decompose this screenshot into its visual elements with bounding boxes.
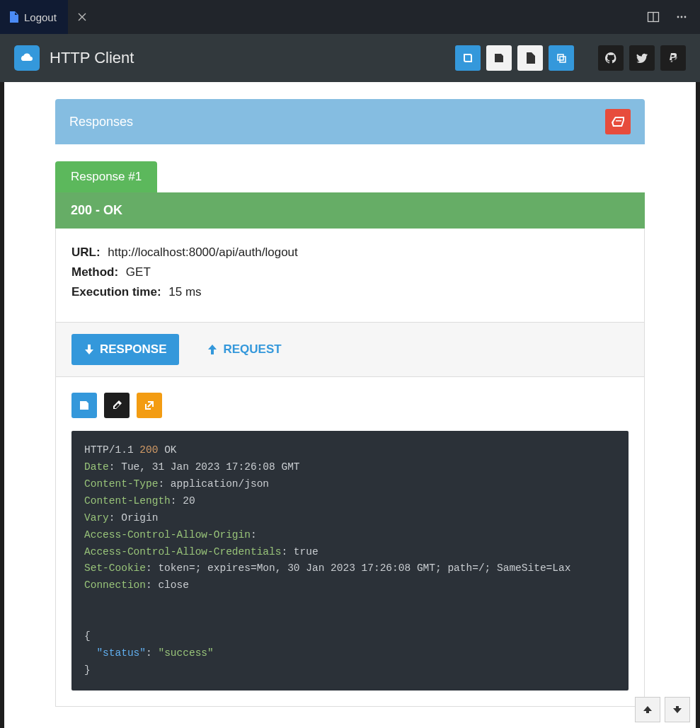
response-tab-label: Response #1 (71, 170, 142, 183)
page-nav (635, 697, 690, 722)
exec-time-value: 15 ms (168, 285, 201, 299)
arrow-down-icon (84, 345, 94, 354)
titlebar-actions (645, 0, 700, 34)
status-text: 200 - OK (71, 203, 122, 217)
subtab-response[interactable]: RESPONSE (71, 334, 179, 365)
paypal-button[interactable] (660, 45, 686, 71)
svg-point-4 (684, 16, 687, 18)
subtab-request-label: REQUEST (223, 342, 281, 357)
header-toolbar (455, 45, 686, 71)
response-tab-1[interactable]: Response #1 (55, 161, 157, 192)
copy-button[interactable] (549, 45, 574, 71)
app-title: HTTP Client (50, 49, 134, 67)
scroll-down-button[interactable] (665, 697, 690, 722)
responses-panel-header: Responses (55, 99, 645, 144)
response-body-section: HTTP/1.1 200 OK Date: Tue, 31 Jan 2023 1… (55, 377, 645, 707)
scroll-up-button[interactable] (635, 697, 660, 722)
tab-group: Logout (0, 0, 96, 34)
method-value: GET (126, 265, 151, 279)
responses-panel-title: Responses (69, 115, 133, 129)
open-external-button[interactable] (137, 393, 162, 418)
clear-responses-button[interactable] (605, 109, 631, 134)
svg-point-2 (677, 16, 679, 18)
response-summary: URL: http://localhost:8000/api/auth/logo… (55, 229, 645, 323)
response-subtabs: RESPONSE REQUEST (55, 323, 645, 377)
subtab-response-label: RESPONSE (100, 342, 166, 357)
code-actions (71, 393, 629, 418)
tab-label: Logout (24, 11, 57, 23)
github-button[interactable] (598, 45, 624, 71)
save-button[interactable] (486, 45, 512, 71)
url-label: URL: (71, 245, 101, 259)
arrow-up-icon (207, 345, 217, 354)
content-area: Responses Response #1 200 - OK URL: http… (4, 82, 696, 728)
subtab-request[interactable]: REQUEST (195, 334, 294, 365)
twitter-button[interactable] (629, 45, 655, 71)
edit-response-button[interactable] (104, 393, 130, 418)
split-editor-icon[interactable] (645, 8, 662, 25)
svg-rect-6 (560, 57, 566, 62)
docs-button[interactable] (455, 45, 481, 71)
svg-rect-5 (558, 54, 563, 60)
svg-point-3 (681, 16, 683, 18)
response-status: 200 - OK (55, 192, 645, 229)
app-header: HTTP Client (0, 34, 700, 82)
new-doc-button[interactable] (517, 45, 543, 71)
url-value: http://localhost:8000/api/auth/logout (108, 245, 297, 259)
method-label: Method: (71, 265, 118, 279)
file-icon (8, 11, 18, 23)
app-logo (14, 45, 40, 71)
tab-close-button[interactable] (68, 0, 96, 34)
more-icon[interactable] (673, 8, 690, 25)
response-raw[interactable]: HTTP/1.1 200 OK Date: Tue, 31 Jan 2023 1… (71, 431, 629, 691)
responses-panel-body: Response #1 200 - OK URL: http://localho… (55, 144, 645, 707)
editor-tabbar: Logout (0, 0, 700, 34)
tab-logout[interactable]: Logout (0, 0, 68, 34)
exec-time-label: Execution time: (71, 285, 161, 299)
save-response-button[interactable] (71, 393, 97, 418)
